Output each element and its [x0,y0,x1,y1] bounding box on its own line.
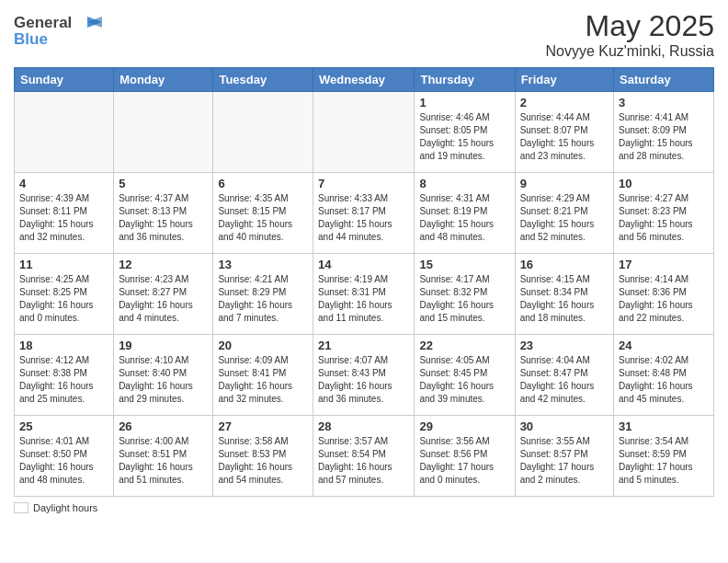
title-block: May 2025 Novyye Kuz'minki, Russia [545,9,714,60]
calendar-header-sunday: Sunday [15,68,114,92]
calendar-cell: 19Sunrise: 4:10 AM Sunset: 8:40 PM Dayli… [114,335,213,416]
calendar-cell: 3Sunrise: 4:41 AM Sunset: 8:09 PM Daylig… [614,92,714,173]
day-info: Sunrise: 4:39 AM Sunset: 8:11 PM Dayligh… [19,192,108,244]
day-number: 7 [318,177,409,190]
legend: Daylight hours [14,502,714,513]
svg-text:General: General [14,14,72,31]
calendar-cell: 6Sunrise: 4:35 AM Sunset: 8:15 PM Daylig… [213,173,313,254]
calendar-cell: 17Sunrise: 4:14 AM Sunset: 8:36 PM Dayli… [614,254,714,335]
day-number: 26 [119,419,208,433]
day-info: Sunrise: 3:58 AM Sunset: 8:53 PM Dayligh… [218,435,308,487]
day-number: 10 [619,177,709,190]
legend-label: Daylight hours [33,502,97,513]
day-info: Sunrise: 3:57 AM Sunset: 8:54 PM Dayligh… [318,435,409,487]
day-number: 31 [619,419,709,433]
day-number: 29 [419,419,509,433]
svg-text:Blue: Blue [14,30,48,48]
day-info: Sunrise: 4:44 AM Sunset: 8:07 PM Dayligh… [520,111,609,163]
day-number: 14 [318,258,409,271]
calendar-cell [213,92,313,173]
day-number: 15 [419,258,509,271]
day-info: Sunrise: 4:14 AM Sunset: 8:36 PM Dayligh… [619,273,709,325]
calendar-cell: 27Sunrise: 3:58 AM Sunset: 8:53 PM Dayli… [213,416,313,497]
day-number: 21 [318,339,409,352]
day-info: Sunrise: 4:05 AM Sunset: 8:45 PM Dayligh… [419,354,509,406]
day-number: 17 [619,258,709,271]
day-number: 27 [218,419,308,433]
day-number: 18 [19,339,108,352]
day-number: 28 [318,419,409,433]
calendar-cell: 12Sunrise: 4:23 AM Sunset: 8:27 PM Dayli… [114,254,213,335]
calendar-cell: 14Sunrise: 4:19 AM Sunset: 8:31 PM Dayli… [313,254,415,335]
day-number: 6 [218,177,308,190]
calendar-week-1: 1Sunrise: 4:46 AM Sunset: 8:05 PM Daylig… [15,92,714,173]
calendar-cell: 13Sunrise: 4:21 AM Sunset: 8:29 PM Dayli… [213,254,313,335]
day-number: 20 [218,339,308,352]
day-number: 25 [19,419,108,433]
calendar-table: SundayMondayTuesdayWednesdayThursdayFrid… [14,67,714,497]
page: General Blue May 2025 Novyye Kuz'minki, … [0,0,728,563]
day-info: Sunrise: 3:55 AM Sunset: 8:57 PM Dayligh… [520,435,609,487]
day-info: Sunrise: 4:23 AM Sunset: 8:27 PM Dayligh… [119,273,208,325]
day-info: Sunrise: 3:54 AM Sunset: 8:59 PM Dayligh… [619,435,709,487]
day-number: 24 [619,339,709,352]
calendar-header-friday: Friday [515,68,613,92]
day-number: 12 [119,258,208,271]
day-info: Sunrise: 4:07 AM Sunset: 8:43 PM Dayligh… [318,354,409,406]
calendar-cell: 1Sunrise: 4:46 AM Sunset: 8:05 PM Daylig… [415,92,515,173]
header: General Blue May 2025 Novyye Kuz'minki, … [14,9,714,60]
day-info: Sunrise: 4:21 AM Sunset: 8:29 PM Dayligh… [218,273,308,325]
calendar-week-4: 18Sunrise: 4:12 AM Sunset: 8:38 PM Dayli… [15,335,714,416]
calendar-week-3: 11Sunrise: 4:25 AM Sunset: 8:25 PM Dayli… [15,254,714,335]
calendar-cell [313,92,415,173]
day-info: Sunrise: 4:01 AM Sunset: 8:50 PM Dayligh… [19,435,108,487]
calendar-week-2: 4Sunrise: 4:39 AM Sunset: 8:11 PM Daylig… [15,173,714,254]
calendar-cell: 16Sunrise: 4:15 AM Sunset: 8:34 PM Dayli… [515,254,613,335]
logo-text: General Blue [14,9,115,52]
day-number: 9 [520,177,609,190]
day-info: Sunrise: 4:35 AM Sunset: 8:15 PM Dayligh… [218,192,308,244]
calendar-cell: 11Sunrise: 4:25 AM Sunset: 8:25 PM Dayli… [15,254,114,335]
logo: General Blue [14,9,115,52]
day-number: 13 [218,258,308,271]
calendar-cell: 8Sunrise: 4:31 AM Sunset: 8:19 PM Daylig… [415,173,515,254]
day-info: Sunrise: 4:15 AM Sunset: 8:34 PM Dayligh… [520,273,609,325]
day-number: 4 [19,177,108,190]
calendar-header-saturday: Saturday [614,68,714,92]
day-info: Sunrise: 3:56 AM Sunset: 8:56 PM Dayligh… [419,435,509,487]
day-info: Sunrise: 4:27 AM Sunset: 8:23 PM Dayligh… [619,192,709,244]
day-info: Sunrise: 4:19 AM Sunset: 8:31 PM Dayligh… [318,273,409,325]
calendar-cell: 10Sunrise: 4:27 AM Sunset: 8:23 PM Dayli… [614,173,714,254]
day-info: Sunrise: 4:00 AM Sunset: 8:51 PM Dayligh… [119,435,208,487]
calendar-cell: 30Sunrise: 3:55 AM Sunset: 8:57 PM Dayli… [515,416,613,497]
day-info: Sunrise: 4:46 AM Sunset: 8:05 PM Dayligh… [419,111,509,163]
calendar-cell: 18Sunrise: 4:12 AM Sunset: 8:38 PM Dayli… [15,335,114,416]
day-info: Sunrise: 4:41 AM Sunset: 8:09 PM Dayligh… [619,111,709,163]
day-info: Sunrise: 4:31 AM Sunset: 8:19 PM Dayligh… [419,192,509,244]
calendar-cell: 23Sunrise: 4:04 AM Sunset: 8:47 PM Dayli… [515,335,613,416]
calendar-header-monday: Monday [114,68,213,92]
calendar-cell: 15Sunrise: 4:17 AM Sunset: 8:32 PM Dayli… [415,254,515,335]
day-info: Sunrise: 4:12 AM Sunset: 8:38 PM Dayligh… [19,354,108,406]
day-number: 11 [19,258,108,271]
day-number: 3 [619,96,709,109]
day-number: 5 [119,177,208,190]
calendar-cell [114,92,213,173]
calendar-week-5: 25Sunrise: 4:01 AM Sunset: 8:50 PM Dayli… [15,416,714,497]
calendar-header-thursday: Thursday [415,68,515,92]
calendar-header-tuesday: Tuesday [213,68,313,92]
day-info: Sunrise: 4:10 AM Sunset: 8:40 PM Dayligh… [119,354,208,406]
day-number: 1 [419,96,509,109]
calendar-cell: 7Sunrise: 4:33 AM Sunset: 8:17 PM Daylig… [313,173,415,254]
day-info: Sunrise: 4:17 AM Sunset: 8:32 PM Dayligh… [419,273,509,325]
calendar-cell: 25Sunrise: 4:01 AM Sunset: 8:50 PM Dayli… [15,416,114,497]
calendar-cell: 28Sunrise: 3:57 AM Sunset: 8:54 PM Dayli… [313,416,415,497]
calendar-header-wednesday: Wednesday [313,68,415,92]
day-number: 19 [119,339,208,352]
calendar-cell: 9Sunrise: 4:29 AM Sunset: 8:21 PM Daylig… [515,173,613,254]
day-info: Sunrise: 4:29 AM Sunset: 8:21 PM Dayligh… [520,192,609,244]
calendar-cell: 5Sunrise: 4:37 AM Sunset: 8:13 PM Daylig… [114,173,213,254]
day-info: Sunrise: 4:37 AM Sunset: 8:13 PM Dayligh… [119,192,208,244]
calendar-header-row: SundayMondayTuesdayWednesdayThursdayFrid… [15,68,714,92]
calendar-cell [15,92,114,173]
